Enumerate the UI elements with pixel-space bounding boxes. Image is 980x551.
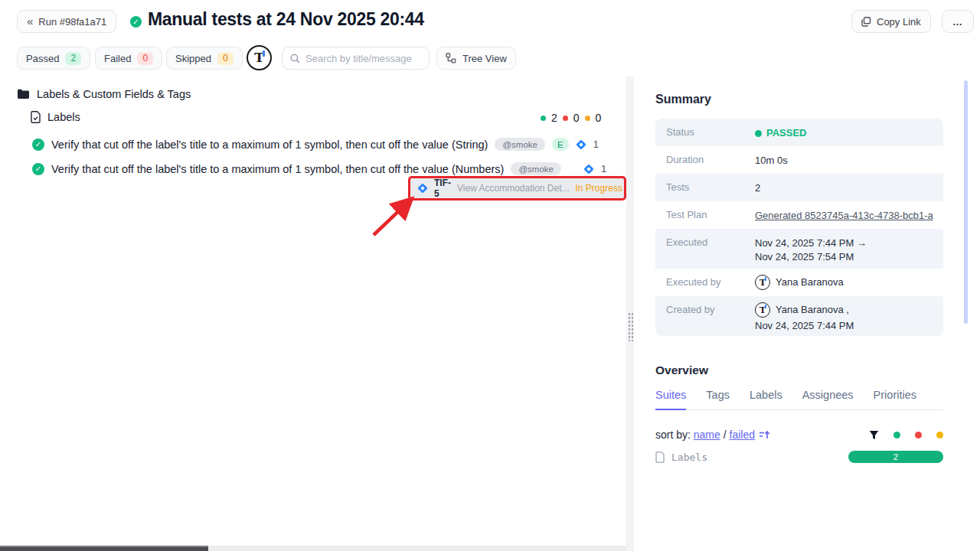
legend-skipped-dot[interactable] bbox=[936, 432, 943, 439]
test-passed-check-icon: ✓ bbox=[32, 139, 44, 151]
search-icon bbox=[290, 54, 300, 64]
passed-count-badge: 2 bbox=[65, 52, 81, 65]
tab-tags[interactable]: Tags bbox=[706, 389, 730, 409]
filter-skipped-button[interactable]: Skipped 0 bbox=[166, 47, 243, 70]
horizontal-scrollbar[interactable] bbox=[0, 546, 626, 551]
issue-key: TIF-5 bbox=[434, 178, 451, 199]
jira-issue-icon[interactable] bbox=[583, 164, 594, 174]
executed-label: Executed bbox=[655, 229, 755, 248]
executed-by-value: T Yana Baranova bbox=[755, 269, 844, 290]
horizontal-scrollbar-thumb[interactable] bbox=[0, 546, 208, 551]
summary-heading: Summary bbox=[655, 93, 711, 106]
failed-count-badge: 0 bbox=[137, 52, 153, 65]
suite-stats: 2 0 0 bbox=[541, 112, 601, 124]
status-legend bbox=[869, 430, 943, 440]
executed-value: Nov 24, 2025 7:44 PM → Nov 24, 2025 7:54… bbox=[755, 229, 867, 264]
tab-priorities[interactable]: Priorities bbox=[874, 389, 916, 409]
passed-dot-icon bbox=[541, 116, 546, 121]
duration-label: Duration bbox=[655, 146, 755, 165]
ellipsis-icon: … bbox=[952, 16, 963, 28]
jira-issue-icon bbox=[417, 183, 428, 194]
summary-row-status: Status PASSED bbox=[655, 119, 943, 146]
sort-by-failed-link[interactable]: failed bbox=[730, 429, 755, 441]
skipped-count-badge: 0 bbox=[217, 52, 234, 65]
suite-passed-bar-count: 2 bbox=[893, 452, 898, 461]
summary-table: Status PASSED Duration 10m 0s Tests 2 Te… bbox=[655, 119, 943, 336]
test-title[interactable]: Verify that cut off the label's title to… bbox=[51, 139, 488, 151]
issue-status: In Progress bbox=[576, 183, 622, 194]
suite-file-icon bbox=[31, 111, 41, 123]
copy-link-button[interactable]: Copy Link bbox=[851, 10, 931, 33]
tab-assignees[interactable]: Assignees bbox=[802, 389, 854, 409]
status-value: PASSED bbox=[755, 119, 807, 140]
status-dot-icon bbox=[755, 130, 762, 137]
user-avatar-icon: T bbox=[755, 275, 770, 290]
sort-by-label: sort by: bbox=[655, 429, 694, 441]
suite-failed-count: 0 bbox=[573, 112, 580, 124]
user-avatar-icon: T bbox=[247, 45, 272, 70]
tree-suite-row[interactable]: Labels bbox=[31, 111, 80, 123]
sidebar-scrollbar-thumb[interactable] bbox=[964, 80, 968, 324]
tab-suites[interactable]: Suites bbox=[655, 389, 686, 410]
test-plan-link[interactable]: Generated 8523745a-413c-4738-bcb1-a bbox=[755, 209, 933, 223]
suite-passed-count: 2 bbox=[551, 112, 557, 124]
back-to-run-button[interactable]: « Run #98fa1a71 bbox=[17, 10, 116, 33]
tree-view-button[interactable]: Tree View bbox=[436, 47, 516, 70]
copy-icon bbox=[861, 17, 871, 27]
jira-issue-icon[interactable] bbox=[576, 139, 586, 150]
suite-skipped-count: 0 bbox=[596, 112, 602, 124]
created-by-value: T Yana Baranova , Nov 24, 2025 7:44 PM bbox=[755, 296, 854, 333]
test-row[interactable]: ✓ Verify that cut off the label's title … bbox=[32, 138, 599, 151]
summary-row-executed: Executed Nov 24, 2025 7:44 PM → Nov 24, … bbox=[655, 229, 943, 269]
page-title: Manual tests at 24 Nov 2025 20:44 bbox=[148, 9, 424, 30]
test-row[interactable]: ✓ Verify that cut off the label's title … bbox=[32, 162, 606, 175]
overview-suite-row[interactable]: Labels 2 bbox=[655, 451, 943, 463]
run-passed-check-icon: ✓ bbox=[130, 16, 142, 28]
back-button-label: Run #98fa1a71 bbox=[38, 16, 106, 28]
summary-row-created-by: Created by T Yana Baranova , Nov 24, 202… bbox=[655, 296, 943, 336]
env-badge[interactable]: E bbox=[552, 138, 569, 151]
suite-passed-bar[interactable]: 2 bbox=[848, 451, 943, 463]
failed-dot-icon bbox=[563, 116, 568, 121]
issue-title: View Accommodation Det... bbox=[457, 183, 570, 194]
overview-tabs: Suites Tags Labels Assignees Priorities bbox=[655, 389, 943, 410]
summary-row-tests: Tests 2 bbox=[655, 174, 943, 201]
search-input[interactable] bbox=[305, 53, 421, 64]
tab-labels[interactable]: Labels bbox=[750, 389, 782, 409]
sort-by-name-link[interactable]: name bbox=[694, 429, 720, 441]
sort-direction-icon[interactable] bbox=[759, 430, 770, 440]
folder-icon bbox=[17, 89, 30, 99]
created-by-label: Created by bbox=[655, 296, 755, 315]
filter-failed-button[interactable]: Failed 0 bbox=[95, 47, 162, 70]
back-chevrons-icon: « bbox=[27, 15, 33, 28]
tree-view-icon bbox=[446, 53, 456, 64]
test-plan-label: Test Plan bbox=[655, 201, 755, 220]
summary-row-duration: Duration 10m 0s bbox=[655, 146, 943, 174]
tests-value: 2 bbox=[755, 174, 760, 195]
folder-label: Labels & Custom Fields & Tags bbox=[37, 88, 191, 100]
tag-badge[interactable]: @smoke bbox=[495, 138, 545, 151]
tree-folder-row[interactable]: Labels & Custom Fields & Tags bbox=[17, 88, 191, 100]
legend-passed-dot[interactable] bbox=[893, 432, 900, 439]
filter-passed-label: Passed bbox=[26, 53, 59, 64]
legend-failed-dot[interactable] bbox=[915, 432, 922, 439]
filter-skipped-label: Skipped bbox=[175, 53, 211, 64]
duration-value: 10m 0s bbox=[755, 146, 788, 168]
more-actions-button[interactable]: … bbox=[942, 10, 974, 33]
summary-row-test-plan: Test Plan Generated 8523745a-413c-4738-b… bbox=[655, 201, 943, 229]
search-box bbox=[282, 47, 430, 70]
overview-heading: Overview bbox=[655, 364, 708, 377]
splitter-grip-icon[interactable] bbox=[628, 312, 633, 341]
overview-suite-name[interactable]: Labels bbox=[671, 452, 707, 463]
assignee-filter-avatar[interactable]: T bbox=[247, 45, 272, 70]
executed-by-label: Executed by bbox=[655, 269, 755, 288]
status-label: Status bbox=[655, 119, 755, 138]
tests-label: Tests bbox=[655, 174, 755, 193]
issue-count: 1 bbox=[601, 163, 606, 174]
test-title[interactable]: Verify that cut off the label's title to… bbox=[51, 163, 504, 175]
jira-issue-tooltip[interactable]: TIF-5 View Accommodation Det... In Progr… bbox=[408, 176, 626, 201]
tag-badge[interactable]: @smoke bbox=[511, 162, 561, 175]
filter-passed-button[interactable]: Passed 2 bbox=[17, 47, 90, 70]
filter-funnel-icon[interactable] bbox=[869, 430, 879, 440]
summary-row-executed-by: Executed by T Yana Baranova bbox=[655, 269, 943, 296]
